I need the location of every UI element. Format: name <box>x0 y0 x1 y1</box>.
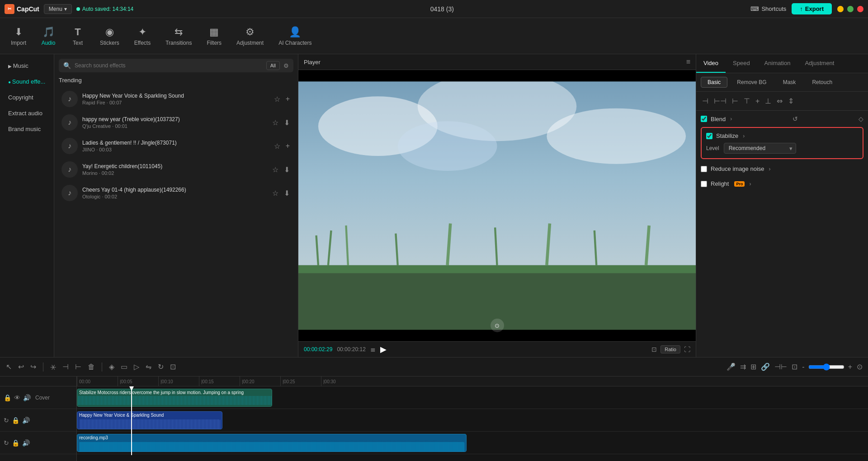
sidebar-item-brand-music[interactable]: Brand music <box>3 122 51 136</box>
track-volume-icon-2[interactable]: 🔊 <box>22 417 30 424</box>
tab-animation[interactable]: Animation <box>757 54 798 73</box>
ratio-button[interactable]: Ratio <box>660 345 680 353</box>
player-menu-button[interactable]: ≡ <box>686 58 690 66</box>
sidebar-item-copyright[interactable]: Copyright <box>3 90 51 104</box>
auto-ripple-button[interactable]: ⊞ <box>750 362 757 372</box>
sound-item[interactable]: ♪ Cheers Yay 01-4 (high applause)(149226… <box>59 181 293 205</box>
tool-transitions[interactable]: ⇆ Transitions <box>159 24 198 49</box>
audio-clip-2[interactable]: recording.mp3 <box>77 434 467 452</box>
all-filter-button[interactable]: All <box>266 61 280 70</box>
reduce-noise-checkbox[interactable] <box>701 166 707 172</box>
mic-button[interactable]: 🎤 <box>726 362 736 372</box>
redo-button[interactable]: ↪ <box>29 361 38 372</box>
select-tool-button[interactable]: ↖ <box>5 361 13 372</box>
blend-reset-button[interactable]: ◇ <box>859 115 863 122</box>
align-left-button[interactable]: ⊣ <box>701 95 710 107</box>
favorite-button[interactable]: ☆ <box>273 94 281 104</box>
tool-adjustment[interactable]: ⚙ Adjustment <box>230 24 270 49</box>
align-right-button[interactable]: ⊢ <box>731 95 740 107</box>
sidebar-item-music[interactable]: Music <box>3 59 51 73</box>
mirror-button[interactable]: ⇋ <box>144 361 153 372</box>
blend-expand-icon[interactable]: › <box>730 116 732 122</box>
download-button[interactable]: ⬇ <box>283 188 291 198</box>
download-button[interactable]: ⬇ <box>283 118 291 128</box>
delete-button[interactable]: 🗑 <box>86 362 96 372</box>
subtab-basic[interactable]: Basic <box>701 77 727 88</box>
add-sound-button[interactable]: + <box>285 141 291 151</box>
snap-button[interactable]: ⇉ <box>739 362 747 372</box>
align-top-button[interactable]: ⊤ <box>742 95 751 107</box>
tool-audio[interactable]: 🎵 Audio <box>35 24 62 49</box>
favorite-button[interactable]: ☆ <box>271 188 279 198</box>
relight-checkbox[interactable] <box>701 181 707 187</box>
minimize-button[interactable] <box>837 6 844 12</box>
align-distribute-v-button[interactable]: ⇕ <box>787 95 795 107</box>
audio-clip-1[interactable]: Happy New Year Voice & Sparkling Sound <box>77 411 222 429</box>
fullscreen-button[interactable]: ⛶ <box>684 345 690 353</box>
add-sound-button[interactable]: + <box>285 94 291 104</box>
rotate-button[interactable]: ↻ <box>156 361 165 372</box>
undo-button[interactable]: ↩ <box>17 361 25 372</box>
favorite-button[interactable]: ☆ <box>273 141 281 151</box>
track-volume-icon-3[interactable]: 🔊 <box>22 439 30 447</box>
tool-ai-characters[interactable]: 👤 AI Characters <box>272 24 318 49</box>
freeze-button[interactable]: ◈ <box>108 361 116 372</box>
sound-item[interactable]: ♪ Happy New Year Voice & Sparkling Sound… <box>59 87 293 111</box>
export-button[interactable]: ↑ Export <box>792 3 832 14</box>
play-button[interactable]: ▶ <box>380 344 387 354</box>
menu-button[interactable]: Menu ▾ <box>44 4 72 14</box>
screenshot-button[interactable]: ⊡ <box>651 345 657 353</box>
track-loop-icon[interactable]: ↻ <box>4 417 9 424</box>
subtab-remove-bg[interactable]: Remove BG <box>730 77 773 88</box>
search-input[interactable] <box>75 62 263 69</box>
timeline-view-button[interactable]: ≣ <box>370 346 376 353</box>
level-select[interactable]: Recommended Low Medium High <box>724 143 796 154</box>
noise-expand-icon[interactable]: › <box>769 166 771 172</box>
split-button[interactable]: ⚹ <box>49 362 57 372</box>
sidebar-item-extract-audio[interactable]: Extract audio <box>3 106 51 120</box>
trim-right-button[interactable]: ⊢ <box>74 361 83 372</box>
favorite-button[interactable]: ☆ <box>271 165 279 175</box>
shortcuts-button[interactable]: ⌨ Shortcuts <box>750 5 786 12</box>
blend-undo-button[interactable]: ↺ <box>793 115 798 122</box>
stabilize-checkbox[interactable] <box>706 133 712 139</box>
stabilize-expand-icon[interactable]: › <box>743 133 745 139</box>
tool-filters[interactable]: ▦ Filters <box>200 24 228 49</box>
sound-item[interactable]: ♪ Yay! Energetic children(1011045) Morin… <box>59 158 293 181</box>
transform-button[interactable]: ⊡ <box>169 361 177 372</box>
track-lock-icon-3[interactable]: 🔒 <box>12 439 19 447</box>
zoom-out-button[interactable]: - <box>801 362 805 372</box>
tool-import[interactable]: ⬇ Import <box>5 24 33 49</box>
track-loop-icon-2[interactable]: ↻ <box>4 439 9 447</box>
tab-video[interactable]: Video <box>696 54 726 73</box>
blend-checkbox[interactable] <box>701 116 707 122</box>
tool-stickers[interactable]: ◉ Stickers <box>94 24 126 49</box>
track-visibility-icon[interactable]: 👁 <box>14 394 20 401</box>
unlink-button[interactable]: ⊣⊢ <box>774 362 788 372</box>
tab-speed[interactable]: Speed <box>726 54 757 73</box>
subtab-retouch[interactable]: Retouch <box>805 77 839 88</box>
close-button[interactable] <box>857 6 863 12</box>
tool-effects[interactable]: ✦ Effects <box>128 24 157 49</box>
play-marker-button[interactable]: ▷ <box>132 361 141 372</box>
subtab-mask[interactable]: Mask <box>776 77 803 88</box>
align-center-v-button[interactable]: + <box>754 95 761 107</box>
tool-text[interactable]: T Text <box>64 24 91 49</box>
tab-adjustment[interactable]: Adjustment <box>797 54 841 73</box>
zoom-slider[interactable] <box>808 363 844 371</box>
track-volume-icon[interactable]: 🔊 <box>23 394 31 401</box>
track-lock-icon[interactable]: 🔒 <box>4 394 11 401</box>
sound-item[interactable]: ♪ happy new year (Treble voice)(1037327)… <box>59 111 293 134</box>
align-distribute-h-button[interactable]: ⇔ <box>775 95 784 107</box>
sidebar-item-sound-effects[interactable]: Sound effe... <box>3 75 51 89</box>
zoom-in-button[interactable]: + <box>847 362 853 372</box>
video-clip[interactable]: Stabilize Motocross riders overcome the … <box>77 389 272 407</box>
favorite-button[interactable]: ☆ <box>271 118 279 128</box>
align-center-h-button[interactable]: ⊢⊣ <box>712 95 728 107</box>
playhead[interactable] <box>131 386 132 455</box>
maximize-button[interactable] <box>847 6 854 12</box>
crop-button[interactable]: ▭ <box>119 361 129 372</box>
filter-icon[interactable]: ⚙ <box>283 62 289 69</box>
group-button[interactable]: ⊡ <box>791 362 798 372</box>
align-bottom-button[interactable]: ⊥ <box>764 95 773 107</box>
